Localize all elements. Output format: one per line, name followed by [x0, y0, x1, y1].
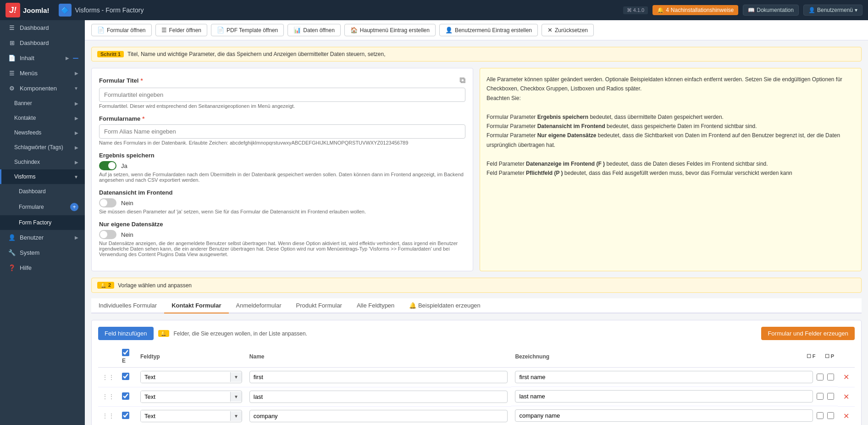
user-menu-create-button[interactable]: 👤 Benutzermenü Eintrag erstellen — [439, 24, 538, 36]
row-checkbox-1[interactable] — [122, 392, 129, 400]
th-enabled: E — [118, 346, 137, 368]
eigene-toggle[interactable] — [99, 230, 116, 239]
sidebar-item-hilfe[interactable]: ❓ Hilfe — [0, 260, 85, 275]
ergebnis-toggle[interactable] — [99, 161, 116, 170]
f-checkbox-1[interactable] — [817, 393, 824, 400]
eigene-label: Nur eigene Datensätze — [99, 221, 465, 228]
p-checkbox-2[interactable] — [827, 412, 834, 419]
topbar: J! Joomla! 🔷 Visforms - Form Factory ⌘ 4… — [0, 0, 868, 20]
row-checkbox-0[interactable] — [122, 373, 129, 380]
p-checkbox-0[interactable] — [827, 374, 834, 380]
field-desc-input-0[interactable] — [515, 371, 813, 383]
type-dropdown-arrow-1[interactable]: ▼ — [230, 392, 242, 402]
datenansicht-toggle[interactable] — [99, 198, 116, 207]
delete-row-button-0[interactable]: ✕ — [841, 372, 851, 382]
ergebnis-slider[interactable] — [99, 161, 116, 170]
type-dropdown-arrow-0[interactable]: ▼ — [230, 372, 242, 382]
form-name-input[interactable] — [99, 124, 465, 139]
tab-kontakt[interactable]: Kontakt Formular — [164, 298, 228, 313]
drag-handle[interactable]: ⋮⋮ — [102, 412, 115, 419]
open-fields-button[interactable]: ☰ Felder öffnen — [155, 24, 208, 36]
field-type-dropdown-0[interactable]: Text — [141, 371, 230, 383]
logo[interactable]: J! Joomla! — [6, 3, 50, 17]
sidebar-item-system[interactable]: 🔧 System — [0, 245, 85, 260]
sidebar-item-newsfeeds[interactable]: Newsfeeds ▶ — [0, 125, 85, 140]
sidebar-item-form-factory[interactable]: Form Factory — [0, 215, 85, 230]
sidebar-item-banner[interactable]: Banner ▶ — [0, 96, 85, 111]
komponenten-icon: ⚙ — [8, 85, 16, 92]
row-checkbox-2[interactable] — [122, 412, 129, 419]
fields-tbody: ⋮⋮ Text ▼ ✕ — [98, 368, 855, 425]
delete-row-button-2[interactable]: ✕ — [841, 411, 851, 421]
form-title-input[interactable] — [99, 88, 465, 102]
f-checkbox-2[interactable] — [817, 412, 824, 419]
th-name: Name — [246, 346, 512, 368]
form-name-label: Formularname * — [99, 115, 465, 122]
notifications-button[interactable]: 🔔 4 Nachinstallationshinweise — [652, 5, 738, 15]
formulare-add-icon[interactable]: + — [70, 203, 78, 211]
open-data-button[interactable]: 📊 Daten öffnen — [287, 24, 341, 36]
sidebar-item-dashboard[interactable]: ⊞ Dashboard — [0, 35, 85, 50]
sidebar-item-benutzer[interactable]: 👤 Benutzer ▶ — [0, 230, 85, 245]
field-name-input-0[interactable] — [249, 371, 508, 383]
delete-row-button-1[interactable]: ✕ — [841, 391, 851, 402]
field-type-dropdown-1[interactable]: Text — [141, 391, 230, 403]
version-badge: ⌘ 4.1.0 — [623, 6, 648, 14]
datenansicht-slider[interactable] — [99, 198, 116, 207]
sidebar-item-vf-dashboard[interactable]: Dashboard — [0, 184, 85, 199]
open-form-button[interactable]: 📄 Formular öffnen — [91, 24, 152, 36]
main-menu-button[interactable]: 🏠 Hauptmenü Eintrag erstellen — [344, 24, 436, 36]
tab-beispiel[interactable]: 🔔 Beispieldaten erzeugen — [402, 298, 488, 313]
sidebar-item-schlagworter[interactable]: Schlagwörter (Tags) ▶ — [0, 140, 85, 155]
sidebar-item-menus[interactable]: ☰ Menüs ▶ — [0, 66, 85, 81]
form-title-field: Formular Titel * ⧉ Formulartitel. Dieser… — [99, 76, 465, 109]
reset-button[interactable]: ✕ Zurücksetzen — [542, 24, 594, 36]
tab-anmelde[interactable]: Anmeldeformular — [229, 298, 289, 313]
tab-individual[interactable]: Individuelles Formular — [91, 298, 164, 313]
field-name-input-2[interactable] — [249, 410, 508, 422]
copy-icon[interactable]: ⧉ — [459, 76, 465, 85]
th-delete — [838, 346, 855, 368]
f-checkbox-0[interactable] — [817, 374, 824, 380]
sidebar-collapse[interactable]: ☰ Dashboard — [0, 20, 85, 35]
field-desc-input-1[interactable] — [515, 390, 813, 403]
enabled-cell — [118, 406, 137, 425]
komponenten-arrow: ▼ — [74, 86, 78, 91]
user-menu-button[interactable]: 👤 Benutzermenü ▾ — [803, 5, 862, 16]
eigene-field: Nur eigene Datensätze Nein Nur Datensätz… — [99, 221, 465, 257]
pdf-template-button[interactable]: 📄 PDF Template öffnen — [211, 24, 284, 36]
type-cell: Text ▼ — [137, 406, 246, 425]
docs-button[interactable]: 📖 Dokumentation — [743, 5, 799, 16]
drag-cell: ⋮⋮ — [98, 368, 118, 387]
sidebar-item-kontakte[interactable]: Kontakte ▶ — [0, 111, 85, 125]
datenansicht-value: Nein — [121, 200, 133, 207]
schlagworter-arrow: ▶ — [75, 145, 78, 150]
sidebar-item-komponenten[interactable]: ⚙ Komponenten ▼ — [0, 81, 85, 96]
field-desc-input-2[interactable] — [515, 409, 813, 422]
sidebar-item-formulare[interactable]: Formulare + — [0, 199, 85, 215]
sidebar-item-suchindex[interactable]: Suchindex ▶ — [0, 155, 85, 169]
ergebnis-help: Auf ja setzen, wenn die Formulardaten na… — [99, 172, 465, 183]
drag-handle[interactable]: ⋮⋮ — [102, 393, 115, 400]
tab-alle[interactable]: Alle Feldtypen — [349, 298, 402, 313]
kontakte-arrow: ▶ — [75, 116, 78, 121]
field-type-dropdown-2[interactable]: Text — [141, 410, 230, 422]
dashboard-icon: ⊞ — [8, 39, 16, 46]
drag-handle[interactable]: ⋮⋮ — [102, 374, 115, 381]
generate-button[interactable]: Formular und Felder erzeugen — [761, 327, 855, 340]
eigene-slider[interactable] — [99, 230, 116, 239]
eigene-toggle-row: Nein — [99, 230, 465, 239]
tab-produkt[interactable]: Produkt Formular — [289, 298, 349, 313]
add-field-button[interactable]: Feld hinzufügen — [98, 327, 154, 340]
sidebar-item-visforms[interactable]: Visforms ▼ — [0, 169, 85, 184]
form-name-field: Formularname * Name des Formulars in der… — [99, 115, 465, 145]
p-checkbox-1[interactable] — [827, 393, 834, 400]
select-all-checkbox[interactable] — [122, 349, 129, 356]
logo-text: Joomla! — [23, 6, 50, 14]
type-dropdown-arrow-2[interactable]: ▼ — [230, 411, 242, 421]
fields-section: Feld hinzufügen 🔔 Felder, die Sie erzeug… — [91, 320, 862, 425]
sidebar-item-inhalt[interactable]: 📄 Inhalt ▶ — [0, 50, 85, 66]
delete-cell: ✕ — [838, 387, 855, 406]
field-name-input-1[interactable] — [249, 391, 508, 403]
eigene-help: Nur Datensätze anzeigen, die der angemel… — [99, 240, 465, 257]
